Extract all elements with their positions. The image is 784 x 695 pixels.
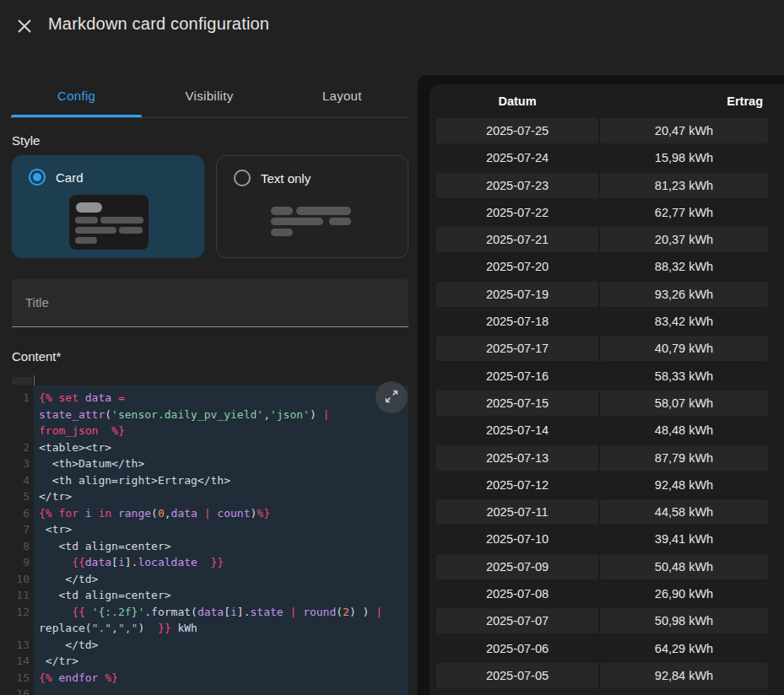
value-cell: 39,41 kWh (600, 526, 768, 552)
code-editor[interactable]: 12345678910111213141516 {% set data =sta… (12, 385, 408, 695)
date-cell: 2025-07-08 (436, 581, 598, 606)
table-row: 2025-07-0664,29 kWh (436, 636, 768, 661)
date-cell: 2025-07-11 (436, 499, 598, 525)
code-line: from_json %} (39, 423, 408, 439)
tab-config[interactable]: Config (10, 79, 143, 117)
date-cell: 2025-07-10 (436, 526, 598, 552)
preview-table-body: 2025-07-2520,47 kWh2025-07-2415,98 kWh20… (436, 118, 768, 688)
date-cell: 2025-07-18 (436, 309, 598, 334)
code-line: {% for i in range(0,data | count)%} (39, 505, 408, 522)
line-number: 4 (12, 472, 34, 489)
line-number: 5 (12, 488, 34, 505)
value-cell: 50,48 kWh (600, 554, 768, 579)
code-line: <table><tr> (39, 439, 408, 456)
table-row: 2025-07-0950,48 kWh (436, 554, 768, 579)
title-input[interactable]: Title (12, 279, 408, 327)
date-cell: 2025-07-09 (436, 554, 598, 579)
date-cell: 2025-07-13 (436, 445, 598, 471)
close-icon (17, 19, 32, 36)
line-number: 7 (12, 521, 34, 538)
date-cell: 2025-07-21 (436, 227, 598, 252)
line-number: 15 (12, 670, 34, 687)
table-row: 2025-07-1387,79 kWh (436, 445, 768, 471)
line-number: 10 (12, 571, 34, 588)
value-cell: 48,48 kWh (600, 418, 768, 443)
value-cell: 20,37 kWh (600, 227, 768, 252)
table-row: 2025-07-2088,32 kWh (436, 254, 768, 279)
tab-visibility[interactable]: Visibility (143, 79, 275, 117)
style-option-card[interactable]: Card (12, 155, 204, 258)
tab-divider (10, 117, 408, 118)
date-cell: 2025-07-19 (436, 282, 598, 307)
editor-gutter-cap (12, 377, 32, 385)
radio-checked-icon[interactable] (29, 169, 46, 186)
table-row: 2025-07-0592,84 kWh (436, 663, 768, 688)
content-section-label: Content* (12, 349, 61, 364)
preview-panel: Datum Ertrag 2025-07-2520,47 kWh2025-07-… (418, 75, 784, 695)
code-line: </tr> (39, 488, 408, 505)
style-option-text-only-label: Text only (261, 171, 311, 186)
editor-gutter: 12345678910111213141516 (12, 385, 34, 695)
line-number: 13 (12, 637, 34, 654)
line-number: 2 (12, 439, 34, 456)
code-line: <tr> (39, 521, 408, 538)
table-row: 2025-07-0750,98 kWh (436, 608, 768, 633)
table-row: 2025-07-1144,58 kWh (436, 499, 768, 525)
table-row: 2025-07-1448,48 kWh (436, 418, 768, 443)
value-cell: 62,77 kWh (600, 200, 768, 225)
table-row: 2025-07-1039,41 kWh (436, 526, 768, 552)
table-row: 2025-07-0826,90 kWh (436, 581, 768, 606)
line-number (12, 423, 34, 439)
date-cell: 2025-07-25 (436, 118, 598, 143)
line-number: 16 (12, 686, 34, 695)
value-cell: 87,79 kWh (600, 445, 768, 471)
value-cell: 92,48 kWh (600, 472, 768, 498)
date-cell: 2025-07-17 (436, 336, 598, 361)
value-cell: 93,26 kWh (600, 282, 768, 307)
close-button[interactable] (12, 14, 37, 40)
date-cell: 2025-07-20 (436, 254, 598, 279)
expand-diagonal-icon (382, 387, 401, 408)
style-section-label: Style (12, 133, 40, 148)
table-row: 2025-07-2520,47 kWh (436, 118, 768, 143)
table-row: 2025-07-1558,07 kWh (436, 391, 768, 416)
code-line: {% set data = (39, 390, 408, 407)
code-line: state_attr('sensor.daily_pv_yield','json… (39, 407, 408, 423)
style-option-card-label: Card (56, 170, 84, 185)
dialog-header: Markdown card configuration (0, 0, 784, 54)
value-cell: 64,29 kWh (600, 636, 768, 661)
preview-table-header: Datum Ertrag (436, 84, 768, 118)
code-line: <td align=center> (39, 538, 408, 555)
tab-layout[interactable]: Layout (276, 79, 408, 117)
tab-bar: Config Visibility Layout (10, 79, 408, 117)
value-cell: 20,47 kWh (600, 118, 768, 143)
code-line: {% endfor %} (39, 670, 408, 687)
value-cell: 40,79 kWh (600, 336, 768, 361)
editor-content[interactable]: {% set data =state_attr('sensor.daily_pv… (34, 385, 408, 695)
code-line: </tr> (39, 653, 408, 670)
style-option-text-only[interactable]: Text only (216, 155, 408, 258)
editor-expand-button[interactable] (376, 381, 408, 413)
title-input-label: Title (25, 279, 49, 326)
table-row: 2025-07-1292,48 kWh (436, 472, 768, 498)
date-cell: 2025-07-12 (436, 472, 598, 498)
radio-unchecked-icon[interactable] (234, 170, 251, 186)
line-number: 6 (12, 505, 34, 522)
code-line (39, 686, 408, 695)
line-number: 3 (12, 455, 34, 472)
table-row: 2025-07-2120,37 kWh (436, 227, 768, 252)
dialog-title: Markdown card configuration (48, 14, 269, 34)
date-cell: 2025-07-07 (436, 608, 598, 633)
value-cell: 58,07 kWh (600, 391, 768, 416)
value-cell: 92,84 kWh (600, 663, 768, 688)
table-row: 2025-07-1993,26 kWh (436, 282, 768, 307)
date-cell: 2025-07-23 (436, 173, 598, 198)
code-line: {{data[i].localdate }} (39, 554, 408, 571)
table-row: 2025-07-1883,42 kWh (436, 309, 768, 334)
code-line: <td align=center> (39, 587, 408, 604)
value-cell: 81,23 kWh (600, 173, 768, 198)
date-cell: 2025-07-24 (436, 145, 598, 170)
value-cell: 58,33 kWh (600, 364, 768, 389)
code-line: <th align=right>Ertrag</th> (39, 472, 408, 489)
value-cell: 26,90 kWh (600, 581, 768, 606)
